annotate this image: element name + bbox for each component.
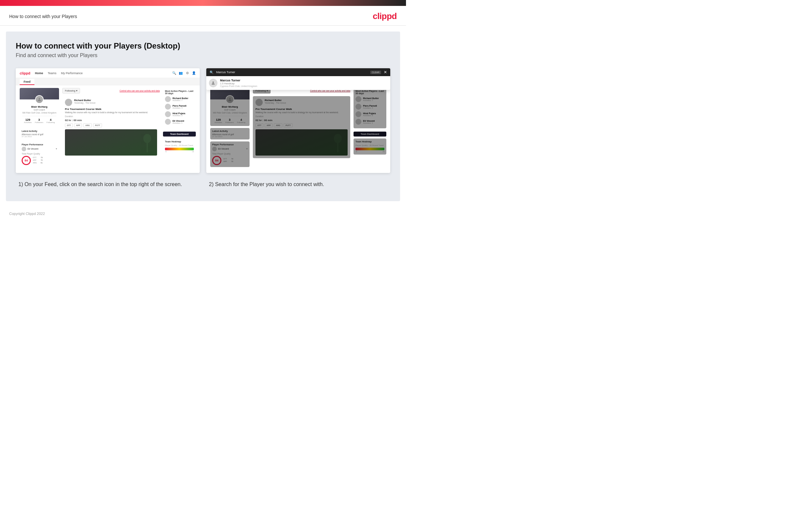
activity-desc: Walking the course with my coach to buil… xyxy=(65,111,157,114)
team-heatmap-title: Team Heatmap xyxy=(165,140,194,143)
close-search-button[interactable]: ✕ xyxy=(384,70,387,75)
stat-bars: OTT 79 APP 70 xyxy=(33,157,45,164)
nav-teams[interactable]: Teams xyxy=(48,72,56,75)
team-heatmap-card: Team Heatmap Player Quality - 20 Round T… xyxy=(163,138,196,155)
profile-avatar-2 xyxy=(226,95,234,104)
followers-stat: 3 Followers xyxy=(35,118,43,123)
player-mini-avatar xyxy=(21,147,26,151)
activity-user-info: Richard Butler Yesterday - The Grove xyxy=(74,99,95,106)
svg-point-7 xyxy=(334,134,342,143)
tag-arg: ARG xyxy=(83,123,92,127)
step-1-text: 1) On your Feed, click on the search ico… xyxy=(18,181,197,188)
quality-label: Total Player Quality xyxy=(21,153,57,155)
app-screenshot-1: clippd Home Teams My Performance 🔍 👥 ⚙ 👤… xyxy=(16,68,200,173)
svg-point-3 xyxy=(143,134,151,143)
app-body-2-bg: Blair McHarg Golf Coach Mill Ride Golf C… xyxy=(206,85,390,172)
search-result-item[interactable]: Marcus Turner 1.5 Handicap Cypress Point… xyxy=(209,79,388,87)
search-results-dropdown: Marcus Turner 1.5 Handicap Cypress Point… xyxy=(206,76,390,90)
following-row: Following ▾ Control who can see your act… xyxy=(62,88,160,93)
result-info: Marcus Turner 1.5 Handicap Cypress Point… xyxy=(220,79,257,87)
tag-putt: PUTT xyxy=(93,123,102,127)
player-av-4 xyxy=(165,119,171,125)
profile-cover xyxy=(20,88,59,99)
activity-user-sub: Yesterday - The Grove xyxy=(74,102,95,104)
profile-card-2: Blair McHarg Golf Coach Mill Ride Golf C… xyxy=(210,88,249,126)
search-input[interactable]: Marcus Turner xyxy=(216,71,368,74)
player-info-3: Hiral Pujara Activities: 3 xyxy=(173,112,194,117)
search-bar: 🔍 Marcus Turner CLEAR ✕ xyxy=(206,68,390,76)
player-performance-card-1: Player Performance Eli Vincent ▾ Total P… xyxy=(20,141,59,168)
svg-point-0 xyxy=(39,98,40,99)
nav-my-performance[interactable]: My Performance xyxy=(61,72,83,75)
svg-point-5 xyxy=(331,153,344,155)
main-content-area: How to connect with your Players (Deskto… xyxy=(6,32,400,201)
middle-panel: Following ▾ Control who can see your act… xyxy=(62,88,160,170)
user-avatar xyxy=(65,99,72,106)
player-dropdown-arrow[interactable]: ▾ xyxy=(56,147,57,150)
player-info-4: Eli Vincent Activities: 1 xyxy=(173,120,194,124)
activity-meta: Duration xyxy=(65,115,157,118)
screenshot-1: clippd Home Teams My Performance 🔍 👥 ⚙ 👤… xyxy=(16,68,200,173)
tag-app: APP xyxy=(74,123,82,127)
player-row-1: Richard Butler Activities: 7 xyxy=(165,96,194,102)
activity-image xyxy=(65,129,157,156)
player-av-2 xyxy=(165,104,171,110)
activity-tags: OTT APP ARG PUTT xyxy=(65,123,157,127)
tag-ott: OTT xyxy=(65,123,73,127)
heatmap-bar xyxy=(165,148,194,150)
activity-user-name: Richard Butler xyxy=(74,99,95,102)
most-active-title: Most Active Players - Last 30 days xyxy=(165,90,194,94)
svg-point-4 xyxy=(229,98,231,99)
player-av-3 xyxy=(165,111,171,117)
left-panel: Blair McHarg Golf Coach Mill Ride Golf C… xyxy=(20,88,59,170)
svg-point-8 xyxy=(212,81,214,83)
people-icon: 👥 xyxy=(179,71,183,75)
selected-player-name: Eli Vincent xyxy=(28,148,54,150)
score-circle: 84 xyxy=(21,156,31,165)
search-overlay-container: 🔍 Marcus Turner CLEAR ✕ Marcus Turner xyxy=(206,68,390,90)
latest-activity-card: Latest Activity Afternoon round of golf … xyxy=(20,128,59,139)
clippd-logo: clippd xyxy=(373,11,397,21)
activity-title: Pre Tournament Course Walk xyxy=(65,108,157,111)
right-panel-2: Most Active Players - Last 30 days Richa… xyxy=(353,88,386,169)
profile-role: Golf Coach xyxy=(22,109,56,111)
step-1: 1) On your Feed, click on the search ico… xyxy=(16,181,200,188)
team-dashboard-button[interactable]: Team Dashboard xyxy=(163,132,196,136)
app-nav-1: clippd Home Teams My Performance 🔍 👥 ⚙ 👤 xyxy=(16,68,200,78)
copyright-text: Copyright Clippd 2022 xyxy=(9,212,45,216)
main-subheading: Find and connect with your Players xyxy=(16,52,390,58)
result-handicap: 1.5 Handicap xyxy=(220,82,257,85)
player-info-1: Richard Butler Activities: 7 xyxy=(173,97,194,101)
left-panel-2: Blair McHarg Golf Coach Mill Ride Golf C… xyxy=(210,88,249,169)
profile-stats: 129 Activities 3 Followers 4 xyxy=(22,116,56,123)
player-info-2: Piers Parnell Activities: 4 xyxy=(173,105,194,109)
result-avatar xyxy=(209,79,218,87)
feed-tab[interactable]: Feed xyxy=(20,79,35,85)
search-icon[interactable]: 🔍 xyxy=(172,71,176,75)
control-link[interactable]: Control who can see your activity and da… xyxy=(120,90,160,92)
activity-card: Richard Butler Yesterday - The Grove Pre… xyxy=(62,96,160,158)
player-row-4: Eli Vincent Activities: 1 xyxy=(165,119,194,125)
page-title: How to connect with your Players xyxy=(9,14,77,19)
heatmap-labels: -5 +5 xyxy=(165,151,194,153)
following-button[interactable]: Following ▾ xyxy=(62,88,80,93)
page-header: How to connect with your Players clippd xyxy=(0,6,406,26)
app-body-1: Blair McHarg Golf Coach Mill Ride Golf C… xyxy=(16,85,200,173)
heatmap-sub: Player Quality - 20 Round Trend xyxy=(165,144,194,146)
app-logo: clippd xyxy=(20,71,30,75)
result-club: Cypress Point Club, United Kingdom xyxy=(220,85,257,87)
player-select-row[interactable]: Eli Vincent ▾ xyxy=(21,147,57,151)
activity-card-2: Richard Butler Yesterday - The Grove Pre… xyxy=(253,96,350,158)
app-screenshot-2: clippd Home Teams My Performance 🔍 👥 ⚙ 👤 xyxy=(206,68,390,172)
activity-header: Richard Butler Yesterday - The Grove xyxy=(65,99,157,106)
profile-club: Mill Ride Golf Club, United Kingdom xyxy=(22,112,56,114)
profile-card: Blair McHarg Golf Coach Mill Ride Golf C… xyxy=(20,88,59,126)
activities-stat: 129 Activities xyxy=(24,118,32,123)
nav-home[interactable]: Home xyxy=(35,72,43,75)
clear-button[interactable]: CLEAR xyxy=(370,71,381,74)
page-footer: Copyright Clippd 2022 xyxy=(0,207,406,220)
search-icon-overlay: 🔍 xyxy=(209,71,213,74)
steps-row: 1) On your Feed, click on the search ico… xyxy=(16,181,390,188)
right-panel: Most Active Players - Last 30 days Richa… xyxy=(163,88,196,170)
settings-icon: ⚙ xyxy=(185,71,189,75)
